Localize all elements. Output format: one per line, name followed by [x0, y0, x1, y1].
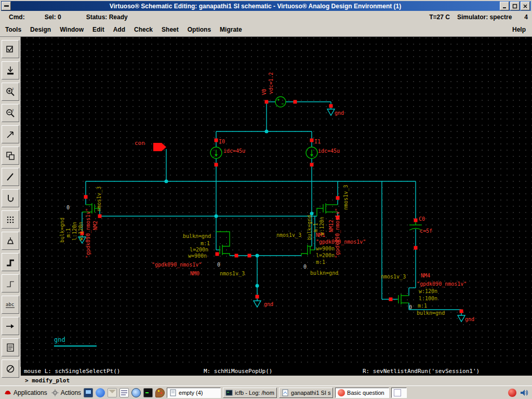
- nm12-m-label[interactable]: m:1: [313, 223, 318, 232]
- volume-icon[interactable]: [520, 389, 529, 397]
- nm2-m-label[interactable]: m:1: [66, 228, 71, 237]
- close-button[interactable]: [521, 2, 530, 10]
- terminal-icon[interactable]: [143, 388, 153, 397]
- taskbar-window-blank[interactable]: [391, 388, 407, 398]
- nm1-w-label[interactable]: w=900n: [316, 246, 335, 251]
- palette-icon[interactable]: [155, 388, 165, 397]
- device-symbols[interactable]: [82, 97, 422, 304]
- i1-value-label[interactable]: idc=45u: [318, 149, 340, 154]
- menu-sheet[interactable]: Sheet: [162, 26, 179, 33]
- taskbar-window-icfb-log[interactable]: icfb - Log: /hom: [223, 388, 277, 398]
- net-gnd-label[interactable]: gnd: [54, 337, 65, 342]
- menu-options[interactable]: Options: [188, 26, 211, 33]
- nm4-bulk-label[interactable]: bulkn=gnd: [417, 311, 445, 316]
- mail-icon[interactable]: [108, 388, 117, 397]
- nm12-cell-label[interactable]: "gpdk090_nmos1v": [335, 208, 340, 258]
- nm0-l-label[interactable]: l=200n: [190, 247, 208, 252]
- taskbar-window-ganapathi1[interactable]: ganapathi1 SI s: [279, 388, 333, 398]
- maximize-button[interactable]: [510, 2, 520, 10]
- menu-design[interactable]: Design: [30, 26, 51, 33]
- wide-wire-button[interactable]: [2, 253, 19, 271]
- taskbar-window-basic-question[interactable]: Basic question: [335, 388, 389, 398]
- nm4-cell-label[interactable]: "gpdk090_nmos1v": [417, 282, 467, 287]
- title-bar[interactable]: Virtuoso® Schematic Editing: ganapathi1 …: [1, 1, 531, 11]
- nm4-gnd-label[interactable]: gnd: [465, 317, 474, 322]
- tail-gnd-label[interactable]: gnd: [264, 302, 273, 307]
- nm0-cell-label[interactable]: "gpdk090_nmos1v": [152, 262, 202, 268]
- applications-menu[interactable]: Applications: [4, 389, 47, 396]
- nm0-w-label[interactable]: w=900n: [188, 254, 207, 259]
- v0-gnd-label[interactable]: gnd: [335, 111, 344, 116]
- nm4-m-label[interactable]: m:1: [418, 303, 427, 309]
- nm2-bulk-label[interactable]: bulk=gnd: [60, 218, 65, 243]
- descend-button[interactable]: [2, 61, 19, 79]
- nm4-model-label[interactable]: nmos1v_3: [381, 274, 406, 280]
- nm1-m-label[interactable]: m:1: [316, 260, 325, 265]
- browser-icon[interactable]: [131, 388, 141, 397]
- nm0-name-label[interactable]: NM0: [190, 271, 200, 276]
- window-menu-button[interactable]: [2, 2, 11, 10]
- nm4-w-label[interactable]: w:120n: [419, 289, 437, 294]
- undo-hook-button[interactable]: [2, 189, 19, 207]
- taskbar-window-empty[interactable]: empty (4): [167, 388, 221, 398]
- globe-icon[interactable]: [96, 388, 105, 397]
- menu-migrate[interactable]: Migrate: [220, 26, 242, 33]
- menu-edit[interactable]: Edit: [92, 26, 104, 33]
- i0-value-label[interactable]: idc=45u: [223, 149, 245, 154]
- nm4-name-label[interactable]: NM4: [421, 273, 430, 278]
- nm1-cell-label[interactable]: "gpdk090_nmos1v": [316, 240, 366, 245]
- c0-name-label[interactable]: C0: [419, 217, 425, 222]
- pin-squares[interactable]: [81, 100, 463, 313]
- monitor-icon[interactable]: [84, 388, 93, 397]
- stretch-button[interactable]: [2, 125, 19, 143]
- narrow-wire-button[interactable]: [2, 274, 19, 292]
- i1-name-label[interactable]: I1: [314, 139, 321, 144]
- nm12-name-label[interactable]: NM12: [329, 220, 334, 232]
- wires[interactable]: [82, 102, 461, 315]
- nm2-term-label[interactable]: 0: [66, 205, 70, 210]
- minimize-button[interactable]: [500, 2, 509, 10]
- nm0-model-label[interactable]: nmos1v_3: [220, 271, 245, 276]
- ciw-prompt[interactable]: > modify_plot: [21, 376, 532, 385]
- schematic-canvas[interactable]: vdc=1.2 V0 gnd I0 idc=45u I1 idc=45u con…: [21, 37, 532, 367]
- wire-label-button[interactable]: abc: [2, 296, 19, 314]
- nm0-m-label[interactable]: m:1: [201, 241, 210, 246]
- red-ball-icon[interactable]: [508, 389, 516, 397]
- nm12-bulk-label[interactable]: bulk=gnd: [307, 215, 312, 240]
- con-pin[interactable]: [153, 143, 166, 151]
- instance-button[interactable]: [2, 232, 19, 250]
- pin-button[interactable]: [2, 317, 19, 335]
- nm2-w-label[interactable]: w:120n: [78, 222, 84, 241]
- nm1-l-label[interactable]: l=200n: [316, 253, 335, 258]
- nm1-term-label[interactable]: 0: [303, 264, 307, 270]
- menu-help[interactable]: Help: [512, 26, 526, 33]
- nm4-l-label[interactable]: l:100n: [419, 296, 437, 301]
- nm2-l-label[interactable]: l:120n: [72, 222, 77, 241]
- menu-check[interactable]: Check: [134, 26, 153, 33]
- nm2-cell-label[interactable]: "gpdk090_nmos1v": [86, 208, 91, 258]
- nm2-name-label[interactable]: NM2: [93, 221, 98, 230]
- nm0-bulk-label[interactable]: bulkn=gnd: [183, 234, 211, 239]
- nm12-model-label[interactable]: nmos1v_3: [343, 185, 349, 210]
- nm1-bulk-label[interactable]: bulkn=gnd: [310, 271, 338, 276]
- actions-menu[interactable]: Actions: [51, 389, 81, 396]
- copy-button[interactable]: [2, 147, 19, 165]
- i0-name-label[interactable]: I0: [219, 139, 225, 144]
- nm1-model-label[interactable]: nmos1v_3: [276, 233, 301, 238]
- nm0-term-label[interactable]: 0: [217, 262, 220, 268]
- nm2-model-label[interactable]: nmos1v_3: [97, 187, 102, 211]
- select-check-button[interactable]: [2, 40, 19, 58]
- document-icon[interactable]: [119, 388, 129, 397]
- zoom-out-button[interactable]: 2: [2, 104, 19, 122]
- menu-window[interactable]: Window: [60, 26, 84, 33]
- delete-line-button[interactable]: [2, 168, 19, 186]
- dot-grid-button[interactable]: [2, 210, 19, 229]
- note-button[interactable]: [2, 338, 19, 356]
- zoom-in-button[interactable]: 2: [2, 83, 19, 101]
- c0-value-label[interactable]: c=5f: [420, 229, 432, 234]
- nm12-w-label[interactable]: w:120n: [320, 217, 325, 235]
- v0-value-label[interactable]: vdc=1.2: [269, 72, 274, 94]
- con-pin-label[interactable]: con: [135, 141, 145, 146]
- nm4-term-label[interactable]: 0: [409, 305, 412, 310]
- redraw-button[interactable]: [2, 360, 19, 378]
